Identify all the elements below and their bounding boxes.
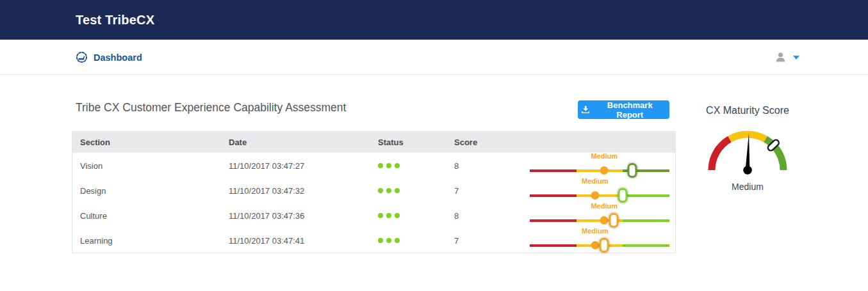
slider-medium-label: Medium xyxy=(591,202,618,210)
dashboard-gauge-icon xyxy=(76,51,88,63)
date-cell: 11/10/2017 03:47:41 xyxy=(229,235,304,245)
column-header-status: Status xyxy=(378,132,404,153)
slider-yellow-segment xyxy=(577,194,623,197)
score-slider[interactable]: Medium xyxy=(530,228,669,253)
score-cell: 7 xyxy=(454,185,459,195)
table-row: Design 11/10/2017 03:47:32 7 Medium xyxy=(72,178,675,203)
status-dot xyxy=(378,163,383,168)
page-title: Tribe CX Customer Experience Capability … xyxy=(76,101,346,114)
slider-red-segment xyxy=(530,194,577,197)
status-dot xyxy=(378,238,383,243)
app-title: Test TribeCX xyxy=(76,0,154,40)
column-header-score: Score xyxy=(454,132,477,153)
score-slider[interactable]: Medium xyxy=(530,153,669,178)
status-dot xyxy=(386,238,391,243)
status-dot xyxy=(386,188,391,193)
slider-score-dot xyxy=(600,216,609,224)
assessment-table: Section Date Status Score Vision 11/10/2… xyxy=(72,131,676,253)
gauge-needle xyxy=(743,133,753,175)
column-header-date: Date xyxy=(229,132,247,153)
user-icon xyxy=(775,52,786,63)
slider-red-segment xyxy=(530,244,577,247)
slider-green-segment xyxy=(623,219,669,222)
status-dot xyxy=(395,238,400,243)
app-header: Test TribeCX xyxy=(0,0,868,40)
user-menu[interactable] xyxy=(775,40,799,75)
benchmark-report-label: Benchmark Report xyxy=(594,100,666,120)
slider-handle[interactable] xyxy=(609,213,618,228)
maturity-gauge xyxy=(700,125,796,184)
status-dot xyxy=(395,163,400,168)
slider-red-segment xyxy=(530,169,577,172)
slider-handle[interactable] xyxy=(627,163,637,178)
table-header-row: Section Date Status Score xyxy=(72,132,675,153)
status-dot xyxy=(378,213,383,218)
date-cell: 11/10/2017 03:47:36 xyxy=(229,210,304,220)
slider-score-dot xyxy=(591,241,599,249)
table-row: Culture 11/10/2017 03:47:36 8 Medium xyxy=(72,203,675,228)
status-dot xyxy=(386,163,391,168)
status-dot xyxy=(378,188,383,193)
gauge-value-label: Medium xyxy=(700,182,796,192)
nav-dashboard-label: Dashboard xyxy=(94,52,142,63)
benchmark-report-button[interactable]: Benchmark Report xyxy=(578,100,669,119)
score-cell: 7 xyxy=(454,235,459,245)
status-dot xyxy=(395,213,400,218)
slider-medium-label: Medium xyxy=(591,152,618,160)
column-header-section: Section xyxy=(80,132,110,153)
nav-bar: Dashboard xyxy=(0,40,868,75)
section-cell: Culture xyxy=(80,210,107,220)
status-cell xyxy=(378,163,400,168)
slider-score-dot xyxy=(591,191,599,200)
section-cell: Learning xyxy=(80,235,113,245)
table-row: Vision 11/10/2017 03:47:27 8 Medium xyxy=(72,153,675,178)
score-cell: 8 xyxy=(454,161,459,170)
slider-green-segment xyxy=(623,244,669,247)
date-cell: 11/10/2017 03:47:32 xyxy=(229,185,304,195)
score-slider[interactable]: Medium xyxy=(530,178,669,203)
slider-handle[interactable] xyxy=(600,238,609,253)
section-cell: Design xyxy=(80,185,106,195)
status-dot xyxy=(386,213,391,218)
gauge-title: CX Maturity Score xyxy=(700,105,796,116)
status-cell xyxy=(378,188,400,193)
score-cell: 8 xyxy=(454,210,459,220)
section-cell: Vision xyxy=(80,161,102,170)
slider-medium-label: Medium xyxy=(582,177,609,185)
slider-handle[interactable] xyxy=(618,188,628,203)
cx-maturity-score-panel: CX Maturity Score Medium xyxy=(700,105,796,192)
slider-green-segment xyxy=(623,194,669,197)
score-slider[interactable]: Medium xyxy=(530,203,669,228)
status-dot xyxy=(395,188,400,193)
chevron-down-icon xyxy=(793,56,799,59)
date-cell: 11/10/2017 03:47:27 xyxy=(229,161,304,170)
slider-score-dot xyxy=(600,166,609,175)
table-row: Learning 11/10/2017 03:47:41 7 Medium xyxy=(72,228,675,253)
download-icon xyxy=(582,106,589,114)
status-cell xyxy=(378,213,400,218)
nav-item-dashboard[interactable]: Dashboard xyxy=(76,40,142,75)
slider-red-segment xyxy=(530,219,577,222)
slider-medium-label: Medium xyxy=(582,227,609,235)
status-cell xyxy=(378,238,400,243)
